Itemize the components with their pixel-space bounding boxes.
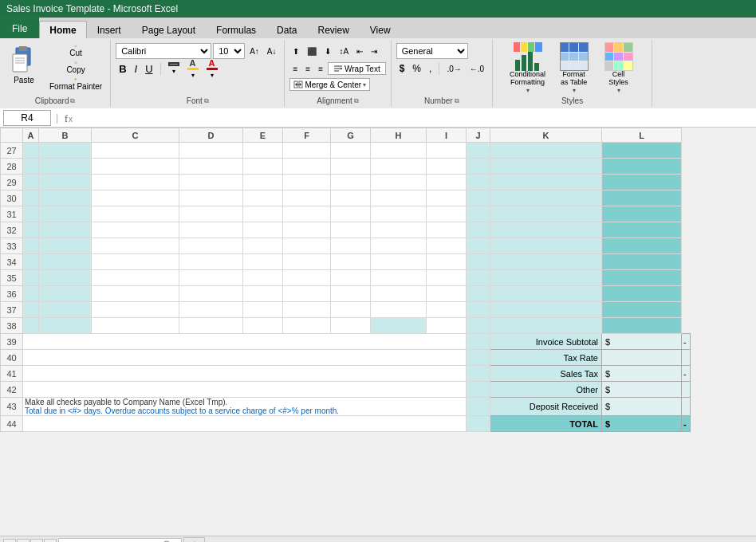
- align-center-btn[interactable]: ≡: [302, 61, 313, 77]
- align-right-btn[interactable]: ≡: [315, 61, 326, 77]
- sales-tax-value[interactable]: -: [682, 366, 691, 382]
- cell-27-e[interactable]: [243, 143, 283, 159]
- format-table-button[interactable]: Formatas Table ▾: [553, 42, 595, 94]
- cell-27-l[interactable]: [602, 143, 682, 159]
- comma-btn[interactable]: ,: [426, 61, 435, 77]
- row-num-29[interactable]: 29: [1, 175, 23, 190]
- cell-28-i[interactable]: [427, 159, 467, 175]
- row-num-27[interactable]: 27: [1, 143, 23, 159]
- cell-reference-input[interactable]: [3, 110, 51, 126]
- align-left-btn[interactable]: ≡: [289, 61, 301, 77]
- paste-button[interactable]: Paste: [5, 41, 43, 89]
- col-header-h[interactable]: H: [371, 128, 427, 143]
- row-num-39[interactable]: 39: [1, 334, 23, 350]
- tab-data[interactable]: Data: [266, 21, 307, 38]
- col-header-b[interactable]: B: [39, 128, 92, 143]
- cell-28-l[interactable]: [602, 159, 682, 175]
- decrease-font-btn[interactable]: A↓: [264, 43, 280, 59]
- align-bottom-btn[interactable]: ⬇: [321, 43, 334, 59]
- cell-27-k[interactable]: [490, 143, 602, 159]
- font-size-select[interactable]: 10: [213, 43, 245, 59]
- sheet-last-btn[interactable]: ▶|: [44, 539, 57, 543]
- increase-decimal-btn[interactable]: .0→: [443, 61, 464, 77]
- cell-28-c[interactable]: [92, 159, 179, 175]
- col-header-c[interactable]: C: [92, 128, 179, 143]
- notes-row-39-a[interactable]: [23, 334, 467, 350]
- cell-27-i[interactable]: [427, 143, 467, 159]
- tax-rate-dollar[interactable]: [602, 350, 682, 366]
- invoice-subtotal-dollar[interactable]: $: [602, 334, 682, 350]
- row-num-37[interactable]: 37: [1, 302, 23, 318]
- row-num-34[interactable]: 34: [1, 254, 23, 270]
- indent-decrease-btn[interactable]: ⇤: [353, 43, 366, 59]
- invoice-subtotal-value[interactable]: -: [682, 334, 691, 350]
- cell-28-f[interactable]: [283, 159, 331, 175]
- cell-27-a[interactable]: [23, 143, 39, 159]
- row-num-35[interactable]: 35: [1, 270, 23, 286]
- other-value[interactable]: [682, 382, 691, 398]
- alignment-expand-icon[interactable]: ⧉: [354, 97, 359, 105]
- col-header-e[interactable]: E: [243, 128, 283, 143]
- bold-button[interactable]: B: [116, 61, 129, 77]
- total-value[interactable]: -: [682, 416, 691, 432]
- row-num-33[interactable]: 33: [1, 238, 23, 254]
- copy-button[interactable]: Copy: [46, 60, 105, 76]
- col-header-i[interactable]: I: [427, 128, 467, 143]
- cell-28-j[interactable]: [467, 159, 490, 175]
- decrease-decimal-btn[interactable]: ←.0: [467, 61, 487, 77]
- cell-28-d[interactable]: [179, 159, 243, 175]
- row-num-38[interactable]: 38: [1, 318, 23, 334]
- font-expand-icon[interactable]: ⧉: [204, 97, 209, 105]
- align-middle-btn[interactable]: ⬛: [304, 43, 320, 59]
- align-top-btn[interactable]: ⬆: [289, 43, 302, 59]
- font-family-select[interactable]: Calibri: [116, 43, 211, 59]
- cell-28-b[interactable]: [39, 159, 92, 175]
- cell-27-b[interactable]: [39, 143, 92, 159]
- other-label[interactable]: Other: [490, 382, 602, 398]
- row-num-30[interactable]: 30: [1, 190, 23, 206]
- merge-center-button[interactable]: Merge & Center ▾: [289, 78, 370, 91]
- number-format-select[interactable]: General: [396, 43, 468, 59]
- format-painter-button[interactable]: Format Painter: [46, 77, 105, 92]
- cell-28-k[interactable]: [490, 159, 602, 175]
- cell-28-e[interactable]: [243, 159, 283, 175]
- underline-button[interactable]: U: [142, 61, 156, 77]
- row-num-40[interactable]: 40: [1, 350, 23, 366]
- indent-increase-btn[interactable]: ⇥: [368, 43, 380, 59]
- cut-button[interactable]: Cut: [46, 43, 105, 59]
- row-num-36[interactable]: 36: [1, 286, 23, 302]
- sheet-prev-btn[interactable]: ◀: [17, 539, 30, 543]
- col-header-d[interactable]: D: [179, 128, 243, 143]
- tab-page-layout[interactable]: Page Layout: [132, 21, 206, 38]
- percent-btn[interactable]: %: [409, 61, 424, 77]
- row-num-44[interactable]: 44: [1, 416, 23, 432]
- cell-27-f[interactable]: [283, 143, 331, 159]
- font-color-button[interactable]: A ▾: [203, 61, 221, 77]
- tab-file[interactable]: File: [0, 18, 39, 38]
- cell-27-j[interactable]: [467, 143, 490, 159]
- total-dollar[interactable]: $: [602, 416, 682, 432]
- row-num-28[interactable]: 28: [1, 159, 23, 175]
- sheet-add-button[interactable]: +: [183, 537, 205, 542]
- cell-28-a[interactable]: [23, 159, 39, 175]
- borders-button[interactable]: ▾: [165, 61, 183, 77]
- conditional-formatting-button[interactable]: ConditionalFormatting ▾: [506, 42, 550, 94]
- cell-27-g[interactable]: [331, 143, 371, 159]
- col-header-j[interactable]: J: [467, 128, 490, 143]
- tax-rate-value[interactable]: [682, 350, 691, 366]
- row-num-42[interactable]: 42: [1, 382, 23, 398]
- invoice-subtotal-label[interactable]: Invoice Subtotal: [490, 334, 602, 350]
- cell-27-d[interactable]: [179, 143, 243, 159]
- cell-28-h[interactable]: [371, 159, 427, 175]
- row-num-41[interactable]: 41: [1, 366, 23, 382]
- tab-home[interactable]: Home: [39, 21, 86, 38]
- cell-27-c[interactable]: [92, 143, 179, 159]
- col-header-k[interactable]: K: [490, 128, 602, 143]
- tab-review[interactable]: Review: [307, 21, 359, 38]
- currency-btn[interactable]: $: [396, 61, 408, 77]
- sales-tax-label[interactable]: Sales Tax: [490, 366, 602, 382]
- deposit-dollar[interactable]: $: [602, 398, 682, 416]
- tab-view[interactable]: View: [360, 21, 401, 38]
- other-dollar[interactable]: $: [602, 382, 682, 398]
- sheet-first-btn[interactable]: |◀: [3, 539, 16, 543]
